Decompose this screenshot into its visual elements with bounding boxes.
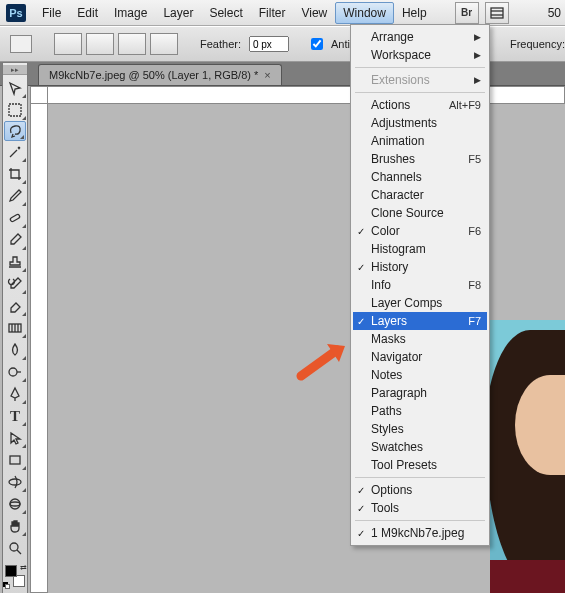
menu-item-shortcut: F6: [468, 225, 481, 237]
healing-brush-tool[interactable]: [3, 207, 27, 229]
antialias-checkbox[interactable]: [311, 38, 323, 50]
3d-tool[interactable]: [3, 471, 27, 493]
menu-item-arrange[interactable]: Arrange▶: [353, 28, 487, 46]
pen-tool[interactable]: [3, 383, 27, 405]
menu-item-label: 1 M9kcNb7e.jpeg: [371, 526, 464, 540]
menu-item-layers[interactable]: ✓LayersF7: [353, 312, 487, 330]
menu-item-color[interactable]: ✓ColorF6: [353, 222, 487, 240]
default-colors-icon[interactable]: [3, 582, 10, 589]
eraser-tool[interactable]: [3, 295, 27, 317]
menu-item-paragraph[interactable]: Paragraph: [353, 384, 487, 402]
type-tool[interactable]: T: [3, 405, 27, 427]
document-tab[interactable]: M9kcNb7e.jpeg @ 50% (Layer 1, RGB/8) * ×: [38, 64, 282, 85]
selection-subtract-button[interactable]: [118, 33, 146, 55]
menu-layer[interactable]: Layer: [155, 2, 201, 24]
menu-item-tool-presets[interactable]: Tool Presets: [353, 456, 487, 474]
clone-stamp-tool[interactable]: [3, 251, 27, 273]
menu-item-history[interactable]: ✓History: [353, 258, 487, 276]
menu-separator: [355, 477, 485, 478]
feather-label: Feather:: [200, 38, 241, 50]
menu-item-styles[interactable]: Styles: [353, 420, 487, 438]
menu-item-shortcut: F7: [468, 315, 481, 327]
menu-select[interactable]: Select: [201, 2, 250, 24]
menu-help[interactable]: Help: [394, 2, 435, 24]
crop-tool[interactable]: [3, 163, 27, 185]
menu-edit[interactable]: Edit: [69, 2, 106, 24]
menu-item-adjustments[interactable]: Adjustments: [353, 114, 487, 132]
menu-image[interactable]: Image: [106, 2, 155, 24]
menu-item-label: Paragraph: [371, 386, 427, 400]
color-swatches[interactable]: ⇄: [3, 563, 27, 589]
menu-item-paths[interactable]: Paths: [353, 402, 487, 420]
menu-item-swatches[interactable]: Swatches: [353, 438, 487, 456]
svg-rect-10: [10, 456, 20, 464]
menu-view[interactable]: View: [293, 2, 335, 24]
menu-item-notes[interactable]: Notes: [353, 366, 487, 384]
window-menu-dropdown: Arrange▶Workspace▶Extensions▶ActionsAlt+…: [350, 24, 490, 546]
menu-item-1-m9kcnb7e-jpeg[interactable]: ✓1 M9kcNb7e.jpeg: [353, 524, 487, 542]
menu-item-masks[interactable]: Masks: [353, 330, 487, 348]
zoom-tool[interactable]: [3, 537, 27, 559]
menu-item-histogram[interactable]: Histogram: [353, 240, 487, 258]
foreground-color-swatch[interactable]: [5, 565, 17, 577]
menu-item-character[interactable]: Character: [353, 186, 487, 204]
menu-item-info[interactable]: InfoF8: [353, 276, 487, 294]
3d-camera-tool[interactable]: [3, 493, 27, 515]
checkmark-icon: ✓: [357, 528, 365, 539]
selection-add-button[interactable]: [86, 33, 114, 55]
menu-item-label: Layers: [371, 314, 407, 328]
shape-tool[interactable]: [3, 449, 27, 471]
bridge-launch-button[interactable]: Br: [455, 2, 479, 24]
app-logo[interactable]: Ps: [6, 4, 26, 22]
tool-preset-picker[interactable]: [10, 35, 32, 53]
wand-icon: [7, 144, 23, 160]
checkmark-icon: ✓: [357, 226, 365, 237]
checkmark-icon: ✓: [357, 316, 365, 327]
close-icon[interactable]: ×: [264, 69, 270, 81]
marquee-tool[interactable]: [3, 99, 27, 121]
brush-tool[interactable]: [3, 229, 27, 251]
menu-item-animation[interactable]: Animation: [353, 132, 487, 150]
menu-item-layer-comps[interactable]: Layer Comps: [353, 294, 487, 312]
path-select-tool[interactable]: [3, 427, 27, 449]
history-brush-tool[interactable]: [3, 273, 27, 295]
ruler-corner[interactable]: [30, 86, 48, 104]
lasso-tool[interactable]: [4, 121, 26, 141]
menu-item-navigator[interactable]: Navigator: [353, 348, 487, 366]
bandage-icon: [7, 210, 23, 226]
menu-file[interactable]: File: [34, 2, 69, 24]
blur-tool[interactable]: [3, 339, 27, 361]
menu-item-options[interactable]: ✓Options: [353, 481, 487, 499]
swap-colors-icon[interactable]: ⇄: [20, 563, 27, 572]
selection-new-button[interactable]: [54, 33, 82, 55]
checkmark-icon: ✓: [357, 262, 365, 273]
menu-window[interactable]: Window: [335, 2, 394, 24]
menu-item-tools[interactable]: ✓Tools: [353, 499, 487, 517]
eraser-icon: [7, 298, 23, 314]
move-tool[interactable]: [3, 77, 27, 99]
menu-item-actions[interactable]: ActionsAlt+F9: [353, 96, 487, 114]
eyedropper-tool[interactable]: [3, 185, 27, 207]
view-extras-button[interactable]: [485, 2, 509, 24]
menu-item-label: Clone Source: [371, 206, 444, 220]
ruler-vertical[interactable]: [30, 104, 48, 593]
menu-item-brushes[interactable]: BrushesF5: [353, 150, 487, 168]
feather-input[interactable]: [249, 36, 289, 52]
menu-item-label: Animation: [371, 134, 424, 148]
menu-item-label: Paths: [371, 404, 402, 418]
menu-item-channels[interactable]: Channels: [353, 168, 487, 186]
menu-item-label: Options: [371, 483, 412, 497]
hand-tool[interactable]: [3, 515, 27, 537]
gradient-tool[interactable]: [3, 317, 27, 339]
menu-item-label: Histogram: [371, 242, 426, 256]
dodge-tool[interactable]: [3, 361, 27, 383]
tools-panel-grip[interactable]: ▸▸: [3, 65, 27, 75]
menu-filter[interactable]: Filter: [251, 2, 294, 24]
quick-select-tool[interactable]: [3, 141, 27, 163]
menu-item-clone-source[interactable]: Clone Source: [353, 204, 487, 222]
menu-item-label: Extensions: [371, 73, 430, 87]
selection-intersect-button[interactable]: [150, 33, 178, 55]
menu-item-workspace[interactable]: Workspace▶: [353, 46, 487, 64]
menu-item-label: Character: [371, 188, 424, 202]
checkmark-icon: ✓: [357, 485, 365, 496]
